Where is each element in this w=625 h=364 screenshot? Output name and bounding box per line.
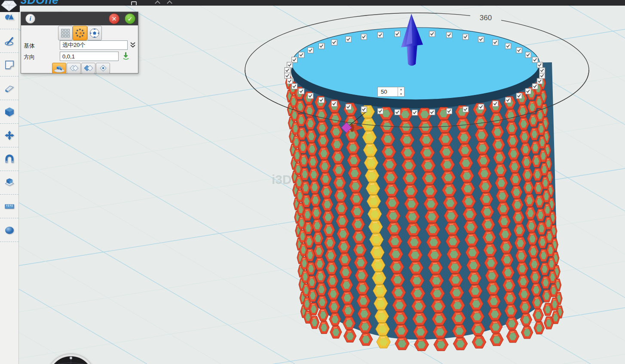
instance-toggle-4-button[interactable] <box>96 63 110 73</box>
instance-checkbox[interactable] <box>493 40 498 45</box>
tool-eraser[interactable] <box>0 76 18 100</box>
instance-checkbox[interactable] <box>308 47 313 53</box>
instance-count-spinner[interactable]: 50 ▲ ▼ <box>377 87 404 97</box>
spherical-pattern-button[interactable] <box>87 26 102 40</box>
info-icon[interactable]: i <box>25 14 35 24</box>
instance-checkbox[interactable] <box>319 43 324 49</box>
two-diamonds-icon <box>69 64 79 72</box>
circular-pattern-button[interactable] <box>73 26 87 40</box>
instance-checkbox[interactable] <box>287 62 293 68</box>
linear-pattern-icon <box>61 28 70 38</box>
instance-checkbox[interactable] <box>285 73 290 79</box>
instance-checkbox[interactable] <box>346 37 351 42</box>
expand-chevrons-icon[interactable] <box>130 42 136 50</box>
instance-checkbox[interactable] <box>299 89 304 94</box>
instance-checkbox[interactable] <box>537 78 542 84</box>
tool-solid-edit[interactable] <box>0 100 18 124</box>
instance-checkbox[interactable] <box>516 47 522 53</box>
instance-checkbox[interactable] <box>429 110 435 115</box>
instance-checkbox[interactable] <box>346 104 351 110</box>
pattern-dialog: i ✕ ✓ 基体 <box>21 12 138 73</box>
confirm-button[interactable]: ✓ <box>125 13 135 24</box>
instance-toggle-3-button[interactable] <box>81 63 95 73</box>
instance-checkbox[interactable] <box>463 107 469 112</box>
instance-checkbox[interactable] <box>447 108 452 114</box>
instance-toggle-2-button[interactable] <box>67 63 81 73</box>
tool-measure[interactable] <box>0 195 18 218</box>
instance-checkbox[interactable] <box>377 32 383 38</box>
spinner-up-icon[interactable]: ▲ <box>398 87 404 92</box>
base-field-input[interactable] <box>60 40 128 50</box>
instance-checkbox[interactable] <box>412 110 418 116</box>
direction-field-label: 方向 <box>24 53 35 61</box>
dialog-header <box>21 12 138 25</box>
app-logo: 3DOne <box>21 0 59 6</box>
instance-checkbox[interactable] <box>395 31 400 37</box>
instance-checkbox[interactable] <box>525 89 531 94</box>
pattern-geometry-icon <box>54 64 65 73</box>
instance-checkbox[interactable] <box>361 107 367 112</box>
instance-checkbox[interactable] <box>292 83 297 89</box>
pattern-geometry-button[interactable] <box>52 63 66 73</box>
base-field-label: 基体 <box>24 42 35 50</box>
instance-checkbox[interactable] <box>292 57 297 63</box>
cancel-button[interactable]: ✕ <box>109 13 119 24</box>
app-logo-gem <box>0 0 20 12</box>
tool-palette <box>0 6 19 364</box>
instance-checkbox[interactable] <box>516 93 522 99</box>
circular-pattern-icon <box>75 28 85 38</box>
diamond-pair-icon <box>83 64 94 72</box>
save-icon[interactable] <box>131 1 137 6</box>
linear-pattern-button[interactable] <box>58 26 73 40</box>
instance-checkbox[interactable] <box>506 97 511 103</box>
eraser-icon <box>4 83 15 94</box>
instance-checkbox[interactable] <box>308 93 313 99</box>
soccer-ball-icon <box>89 28 100 38</box>
instance-checkbox[interactable] <box>361 34 367 40</box>
instance-checkbox[interactable] <box>532 83 538 89</box>
instance-checkbox[interactable] <box>331 101 337 107</box>
sphere-icon <box>4 224 15 236</box>
instance-checkbox[interactable] <box>285 67 290 73</box>
spinner-down-icon[interactable]: ▼ <box>398 92 404 97</box>
tool-combine[interactable] <box>0 171 18 195</box>
pattern-angle-dimension: 360 <box>470 12 501 24</box>
instance-checkbox[interactable] <box>532 57 538 63</box>
undo-icon[interactable] <box>155 0 160 6</box>
instance-checkbox[interactable] <box>377 108 383 114</box>
instance-checkbox[interactable] <box>331 40 337 45</box>
ruler-icon <box>4 201 15 212</box>
edit-sketch-icon <box>4 59 15 70</box>
instance-checkbox[interactable] <box>478 37 484 42</box>
tool-move[interactable] <box>0 124 18 147</box>
tool-edit-sketch[interactable] <box>0 53 18 76</box>
instance-checkbox[interactable] <box>447 32 452 38</box>
instance-checkbox[interactable] <box>525 52 531 58</box>
instance-checkbox[interactable] <box>463 34 469 40</box>
instance-checkbox[interactable] <box>493 101 498 107</box>
instance-checkbox[interactable] <box>395 110 400 115</box>
instance-checkbox[interactable] <box>299 52 304 58</box>
instance-count-value[interactable]: 50 <box>378 87 398 96</box>
basic-solids-icon <box>4 12 15 23</box>
instance-checkbox[interactable] <box>539 73 545 79</box>
instance-checkbox[interactable] <box>478 104 484 110</box>
tool-material[interactable] <box>0 218 18 242</box>
tool-assembly-magnet[interactable] <box>0 147 18 171</box>
magnet-icon <box>4 153 15 165</box>
combine-boxes-icon <box>4 177 15 188</box>
instance-checkbox[interactable] <box>287 78 293 84</box>
redo-icon[interactable] <box>167 0 172 6</box>
diamond-dot-icon <box>98 64 108 72</box>
title-bar: 3DOne <box>0 0 625 6</box>
cube-icon <box>4 106 15 117</box>
instance-checkbox[interactable] <box>539 67 545 73</box>
tool-sketch[interactable] <box>0 29 18 53</box>
instance-checkbox[interactable] <box>319 97 324 103</box>
sketch-icon <box>4 35 15 46</box>
instance-checkbox[interactable] <box>537 62 542 68</box>
direction-field-input[interactable] <box>60 52 119 61</box>
instance-checkbox[interactable] <box>429 31 435 37</box>
pick-direction-icon[interactable] <box>123 52 129 61</box>
instance-checkbox[interactable] <box>506 43 511 49</box>
